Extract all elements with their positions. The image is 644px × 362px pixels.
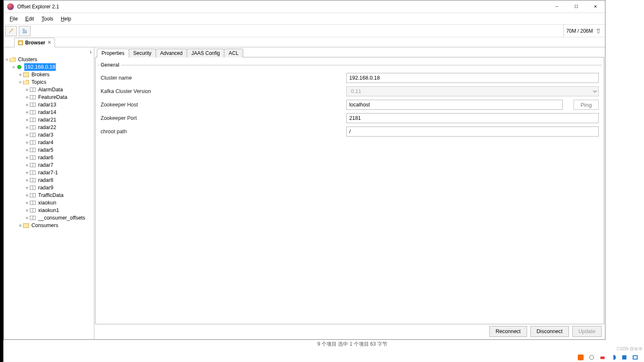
browser-tab-close-icon[interactable]: ✕ bbox=[47, 40, 51, 45]
tree-twisty-icon[interactable]: ⊞ bbox=[25, 109, 29, 116]
topic-icon bbox=[29, 170, 36, 176]
tree-row[interactable]: ⊞radar14 bbox=[5, 109, 94, 116]
tree-twisty-icon[interactable]: ⊞ bbox=[25, 86, 29, 93]
tree-row[interactable]: ⊞radar9 bbox=[5, 184, 94, 191]
tree-twisty-icon[interactable]: ⊞ bbox=[25, 207, 29, 214]
tree-row[interactable]: ⊞xiaokun bbox=[5, 199, 94, 207]
tree-twisty-icon[interactable]: ⊞ bbox=[25, 154, 29, 161]
menu-tools[interactable]: Tools bbox=[38, 14, 57, 23]
tree-twisty-icon[interactable]: ⊞ bbox=[25, 101, 29, 109]
tree-row[interactable]: ⊞__consumer_offsets bbox=[5, 214, 94, 222]
tray-icon bbox=[600, 354, 605, 360]
tree-row[interactable]: ⊞Brokers bbox=[5, 71, 94, 78]
tray-icon bbox=[578, 354, 584, 360]
zookeeper-host-label: Zookeeper Host bbox=[101, 102, 346, 108]
menu-edit[interactable]: Edit bbox=[22, 14, 37, 23]
tree-row[interactable]: ⊟Topics bbox=[5, 78, 94, 86]
topic-icon bbox=[29, 94, 36, 100]
tree-twisty-icon[interactable]: ⊞ bbox=[25, 124, 29, 131]
cluster-name-input[interactable] bbox=[346, 73, 599, 83]
title-bar: Offset Explorer 2.1 ─ ☐ ✕ bbox=[4, 0, 605, 13]
tree-twisty-icon[interactable]: ⊞ bbox=[25, 161, 29, 169]
zookeeper-port-input[interactable] bbox=[346, 113, 599, 123]
tab-properties[interactable]: Properties bbox=[97, 49, 129, 57]
tree-twisty-icon[interactable]: ⊞ bbox=[18, 71, 23, 78]
system-tray bbox=[578, 354, 638, 360]
tree-row[interactable]: ⊟192.168.0.18 bbox=[5, 63, 94, 71]
toolbar-button-2[interactable] bbox=[19, 26, 31, 36]
maximize-button[interactable]: ☐ bbox=[566, 0, 586, 13]
tree-row[interactable]: ⊞FeatureData bbox=[5, 93, 94, 101]
tree-twisty-icon[interactable]: ⊞ bbox=[25, 146, 29, 154]
close-button[interactable]: ✕ bbox=[586, 0, 605, 13]
tree-twisty-icon[interactable]: ⊞ bbox=[25, 116, 29, 124]
tree-twisty-icon[interactable]: ⊞ bbox=[25, 139, 29, 146]
toolbar-button-1[interactable] bbox=[5, 26, 17, 36]
update-button[interactable]: Update bbox=[572, 326, 602, 337]
chroot-path-input[interactable] bbox=[346, 127, 599, 137]
tree-row[interactable]: ⊞xiaokun1 bbox=[5, 207, 94, 214]
fieldset-legend: General bbox=[99, 62, 121, 68]
kafka-version-label: Kafka Cluster Version bbox=[101, 88, 346, 94]
tree-row[interactable]: ⊞radar5 bbox=[5, 146, 94, 154]
tree-row[interactable]: ⊞TrafficData bbox=[5, 191, 94, 199]
tree-twisty-icon[interactable]: ⊞ bbox=[25, 93, 29, 101]
zookeeper-host-input[interactable] bbox=[346, 100, 563, 110]
tree-twisty-icon[interactable]: ⊟ bbox=[5, 56, 9, 63]
tree-row[interactable]: ⊞Consumers bbox=[5, 222, 94, 229]
tree-twisty-icon[interactable]: ⊞ bbox=[25, 184, 29, 191]
tree-row[interactable]: ⊞radar4 bbox=[5, 139, 94, 146]
tree-label: Clusters bbox=[18, 56, 38, 63]
toolbar: 70M / 206M bbox=[4, 25, 605, 37]
browser-tab-icon bbox=[18, 40, 23, 45]
browser-tab[interactable]: Browser ✕ bbox=[14, 38, 55, 47]
panel-tabs: Properties Security Advanced JAAS Config… bbox=[95, 48, 604, 57]
tree-row[interactable]: ⊞radar13 bbox=[5, 101, 94, 109]
disconnect-button[interactable]: Disconnect bbox=[530, 326, 569, 337]
topic-icon bbox=[29, 185, 36, 191]
topic-icon bbox=[29, 192, 36, 198]
tree-label: FeatureData bbox=[38, 93, 68, 101]
minimize-button[interactable]: ─ bbox=[547, 0, 566, 13]
tree-label: radar6 bbox=[38, 154, 54, 161]
tab-acl[interactable]: ACL bbox=[224, 49, 243, 57]
tab-security[interactable]: Security bbox=[129, 49, 156, 57]
tab-advanced[interactable]: Advanced bbox=[156, 49, 187, 57]
menu-help[interactable]: Help bbox=[57, 14, 75, 23]
memory-label: 70M / 206M bbox=[566, 28, 593, 34]
tree-row[interactable]: ⊞radar6 bbox=[5, 154, 94, 161]
svg-rect-3 bbox=[633, 356, 637, 359]
tree-row[interactable]: ⊞AlarmData bbox=[5, 86, 94, 93]
app-window: Offset Explorer 2.1 ─ ☐ ✕ File Edit Tool… bbox=[3, 0, 605, 340]
tree-twisty-icon[interactable]: ⊟ bbox=[11, 63, 16, 71]
topic-icon bbox=[29, 215, 36, 221]
tree-twisty-icon[interactable]: ⊞ bbox=[25, 169, 29, 176]
cluster-tree[interactable]: ⊟Clusters⊟192.168.0.18⊞Brokers⊟Topics⊞Al… bbox=[4, 55, 94, 339]
kafka-version-select[interactable]: 0.11 bbox=[346, 86, 599, 96]
tree-row[interactable]: ⊞radar7 bbox=[5, 161, 94, 169]
topic-icon bbox=[29, 124, 36, 130]
tree-row[interactable]: ⊞radar8 bbox=[5, 176, 94, 184]
tree-row[interactable]: ⊞radar3 bbox=[5, 131, 94, 139]
tree-twisty-icon[interactable]: ⊞ bbox=[25, 131, 29, 139]
tree-row[interactable]: ⊞radar22 bbox=[5, 124, 94, 131]
menu-file[interactable]: File bbox=[6, 14, 21, 23]
tree-row[interactable]: ⊞radar21 bbox=[5, 116, 94, 124]
tree-twisty-icon[interactable]: ⊞ bbox=[25, 214, 29, 222]
folder-open-icon bbox=[23, 79, 29, 85]
tree-row[interactable]: ⊞radar7-1 bbox=[5, 169, 94, 176]
trash-icon[interactable] bbox=[595, 28, 601, 34]
status-dot-icon bbox=[16, 64, 23, 70]
tree-row[interactable]: ⊟Clusters bbox=[5, 56, 94, 63]
tree-twisty-icon[interactable]: ⊞ bbox=[25, 199, 29, 207]
tree-label: __consumer_offsets bbox=[38, 214, 86, 222]
topic-icon bbox=[29, 87, 36, 93]
tree-twisty-icon[interactable]: ⊞ bbox=[25, 176, 29, 184]
tree-twisty-icon[interactable]: ⊞ bbox=[25, 191, 29, 199]
collapse-icon[interactable]: ↘ bbox=[88, 48, 93, 54]
reconnect-button[interactable]: Reconnect bbox=[489, 326, 527, 337]
tree-twisty-icon[interactable]: ⊞ bbox=[18, 222, 23, 229]
tab-jaas-config[interactable]: JAAS Config bbox=[187, 49, 224, 57]
tree-twisty-icon[interactable]: ⊟ bbox=[18, 78, 23, 86]
ping-button[interactable]: Ping bbox=[574, 100, 599, 110]
